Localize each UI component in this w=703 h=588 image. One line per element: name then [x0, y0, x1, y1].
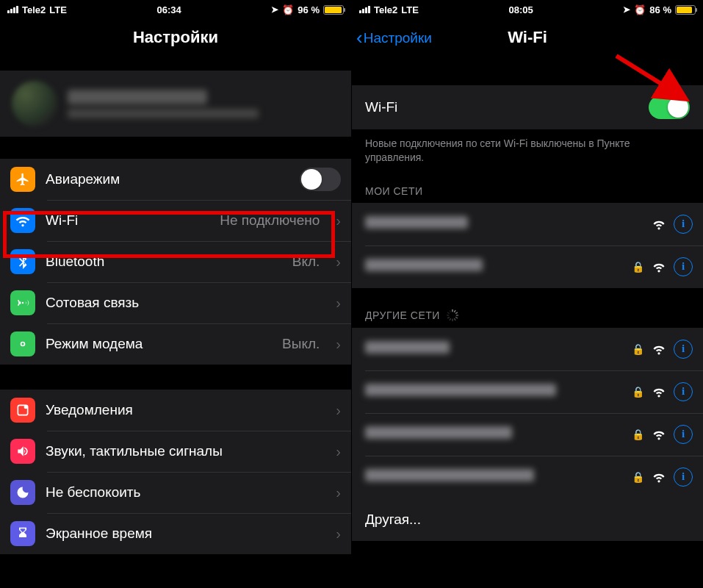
svg-rect-12	[447, 312, 450, 314]
wifi-screen: Tele2 LTE 08:05 ➤ ⏰ 86 % ‹ Настройки Wi-…	[352, 0, 703, 588]
bluetooth-icon	[10, 249, 35, 274]
info-button[interactable]: i	[674, 215, 693, 234]
wifi-signal-icon	[652, 261, 666, 273]
airplane-icon	[10, 167, 35, 192]
other-label: Другая...	[365, 512, 421, 528]
notifications-icon	[10, 398, 35, 423]
lock-icon: 🔒	[632, 471, 644, 483]
alarm-icon: ⏰	[282, 4, 294, 15]
sounds-icon	[10, 439, 35, 464]
screentime-label: Экранное время	[46, 526, 320, 542]
spinner-icon	[446, 309, 459, 322]
battery-pct-label: 96 %	[298, 4, 320, 15]
battery-icon	[675, 5, 696, 15]
wifi-toggle-row[interactable]: Wi-Fi	[352, 85, 703, 129]
airplane-toggle[interactable]	[300, 168, 341, 191]
wifi-label: Wi-Fi	[46, 212, 209, 229]
back-button[interactable]: ‹ Настройки	[356, 26, 432, 49]
wifi-value: Не подключено	[220, 212, 320, 229]
svg-rect-13	[449, 309, 451, 312]
cellular-label: Сотовая связь	[46, 295, 320, 311]
chevron-right-icon: ›	[336, 212, 341, 229]
moon-icon	[10, 480, 35, 505]
svg-point-1	[24, 405, 28, 409]
apple-id-row[interactable]	[0, 71, 351, 137]
info-button[interactable]: i	[674, 425, 693, 444]
chevron-right-icon: ›	[336, 254, 341, 270]
notifications-row[interactable]: Уведомления ›	[0, 390, 351, 431]
hotspot-row[interactable]: Режим модема Выкл. ›	[0, 323, 351, 365]
hotspot-icon	[10, 331, 35, 356]
chevron-left-icon: ‹	[356, 26, 363, 49]
my-networks-header: МОИ СЕТИ	[352, 165, 703, 203]
network-row[interactable]: 🔒 i	[352, 413, 703, 456]
bluetooth-row[interactable]: Bluetooth Вкл. ›	[0, 241, 351, 282]
carrier-label: Tele2	[22, 4, 46, 15]
dnd-label: Не беспокоить	[46, 484, 320, 501]
battery-pct-label: 86 %	[649, 4, 671, 15]
sounds-label: Звуки, тактильные сигналы	[46, 443, 320, 459]
chevron-right-icon: ›	[336, 484, 341, 501]
other-networks-list: 🔒 i 🔒 i 🔒 i 🔒 i Другая...	[352, 328, 703, 541]
wifi-row[interactable]: Wi-Fi Не подключено ›	[0, 200, 351, 241]
lock-icon: 🔒	[632, 386, 644, 398]
svg-rect-8	[452, 318, 453, 321]
svg-rect-7	[453, 318, 455, 320]
info-button[interactable]: i	[674, 340, 693, 359]
info-button[interactable]: i	[674, 382, 693, 401]
cellular-row[interactable]: Сотовая связь ›	[0, 282, 351, 323]
network-row[interactable]: 🔒 i	[352, 328, 703, 370]
other-networks-header: ДРУГИЕ СЕТИ	[352, 288, 703, 328]
svg-rect-10	[447, 316, 450, 318]
network-name	[365, 216, 468, 232]
svg-rect-11	[447, 315, 450, 316]
bluetooth-label: Bluetooth	[46, 254, 282, 270]
dnd-row[interactable]: Не беспокоить ›	[0, 472, 351, 513]
info-button[interactable]: i	[674, 257, 693, 276]
wifi-signal-icon	[652, 429, 666, 440]
clock: 08:05	[419, 4, 623, 15]
settings-screen: Tele2 LTE 06:34 ➤ ⏰ 96 % Настройки Авиар…	[0, 0, 352, 588]
network-row[interactable]: 🔒 i	[352, 370, 703, 413]
wifi-toggle[interactable]	[649, 96, 690, 119]
page-title: Настройки	[0, 19, 351, 56]
network-type-label: LTE	[401, 4, 419, 15]
network-name	[365, 341, 450, 356]
wifi-signal-icon	[652, 471, 666, 483]
svg-rect-4	[455, 312, 458, 314]
chevron-right-icon: ›	[336, 336, 341, 353]
network-row[interactable]: 🔒 i	[352, 245, 703, 288]
airplane-mode-row[interactable]: Авиарежим	[0, 159, 351, 200]
sounds-row[interactable]: Звуки, тактильные сигналы ›	[0, 431, 351, 472]
network-name	[365, 469, 534, 484]
other-network-row[interactable]: Другая...	[352, 498, 703, 541]
hourglass-icon	[10, 521, 35, 546]
alarm-icon: ⏰	[634, 4, 646, 15]
info-button[interactable]: i	[674, 467, 693, 487]
chevron-right-icon: ›	[336, 526, 341, 542]
signal-icon	[359, 6, 370, 13]
status-bar: Tele2 LTE 06:34 ➤ ⏰ 96 %	[0, 0, 351, 19]
nav-header: ‹ Настройки Wi-Fi	[352, 19, 703, 56]
screentime-row[interactable]: Экранное время ›	[0, 513, 351, 554]
hotspot-value: Выкл.	[282, 336, 320, 352]
status-bar: Tele2 LTE 08:05 ➤ ⏰ 86 %	[352, 0, 703, 19]
alerts-group: Уведомления › Звуки, тактильные сигналы …	[0, 390, 351, 554]
lock-icon: 🔒	[632, 343, 644, 355]
location-icon: ➤	[623, 4, 630, 15]
battery-icon	[323, 5, 344, 15]
network-row[interactable]: i	[352, 203, 703, 245]
my-networks-list: i 🔒 i	[352, 203, 703, 288]
svg-rect-2	[452, 309, 453, 312]
connectivity-group: Авиарежим Wi-Fi Не подключено › Bluetoot…	[0, 159, 351, 365]
location-icon: ➤	[271, 4, 278, 15]
network-name	[365, 259, 483, 274]
network-row[interactable]: 🔒 i	[352, 456, 703, 498]
lock-icon: 🔒	[632, 261, 644, 273]
carrier-label: Tele2	[374, 4, 397, 15]
wifi-signal-icon	[652, 386, 666, 398]
wifi-note: Новые подключения по сети Wi-Fi выключен…	[352, 129, 703, 165]
network-name	[365, 426, 512, 442]
signal-icon	[7, 6, 18, 13]
clock: 06:34	[67, 4, 271, 15]
